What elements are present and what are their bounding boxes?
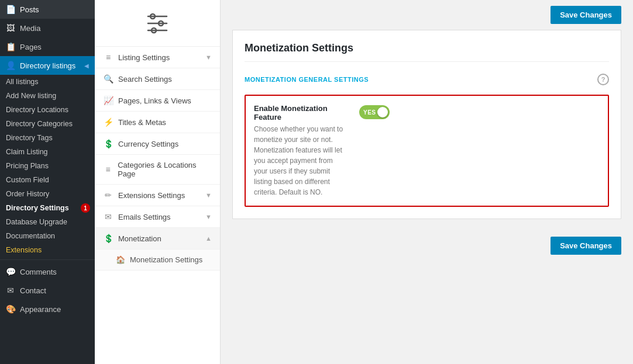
contact-icon: ✉ [6, 286, 15, 295]
emails-settings-icon: ✉ [103, 212, 113, 221]
toggle-area[interactable]: YES [359, 104, 390, 119]
directory-listings-submenu: All listings Add New listing Directory L… [0, 75, 95, 257]
submenu-all-listings[interactable]: All listings [0, 75, 95, 89]
settings-monetization-settings[interactable]: 🏠 Monetization Settings [95, 249, 220, 271]
settings-monetization[interactable]: 💲 Monetization ▲ [95, 228, 220, 249]
content-area: Monetization Settings MONETIZATION GENER… [232, 30, 621, 219]
sidebar-item-directory-listings[interactable]: 👤 Directory listings [0, 56, 95, 75]
setting-label: Enable Monetization Feature [254, 104, 348, 122]
appearance-icon: 🎨 [6, 304, 15, 314]
titles-metas-icon: ⚡ [103, 117, 113, 127]
sidebar-item-appearance[interactable]: 🎨 Appearance [0, 300, 95, 318]
submenu-custom-field[interactable]: Custom Field [0, 173, 95, 187]
listing-settings-icon: ≡ [103, 53, 113, 62]
submenu-pricing-plans[interactable]: Pricing Plans [0, 159, 95, 173]
sidebar-divider-1 [0, 259, 95, 260]
directory-listings-icon: 👤 [6, 61, 15, 70]
submenu-add-new-listing[interactable]: Add New listing [0, 89, 95, 103]
settings-extensions-settings[interactable]: ✏ Extensions Settings ▼ [95, 185, 220, 206]
sidebar-item-contact[interactable]: ✉ Contact [0, 281, 95, 300]
enable-monetization-toggle[interactable]: YES [359, 105, 390, 119]
toggle-thumb [377, 107, 388, 117]
page-title: Monetization Settings [245, 42, 609, 62]
emails-settings-arrow: ▼ [205, 213, 212, 220]
main-footer: Save Changes [221, 231, 633, 266]
badge-1: 1 [81, 203, 90, 213]
save-changes-button-bottom[interactable]: Save Changes [551, 237, 621, 255]
setting-description: Choose whether you want to monetize your… [254, 124, 348, 197]
monetization-icon: 💲 [103, 234, 113, 243]
wp-sidebar: 📄 Posts 🖼 Media 📋 Pages 👤 Directory list… [0, 0, 95, 364]
settings-categories-locations-page[interactable]: ≡ Categories & Locations Page [95, 155, 220, 185]
search-settings-icon: 🔍 [103, 74, 113, 84]
sidebar-item-posts[interactable]: 📄 Posts [0, 0, 95, 19]
settings-panel-header [95, 0, 220, 47]
main-content: Save Changes Monetization Settings MONET… [221, 0, 633, 364]
save-changes-button-top[interactable]: Save Changes [551, 6, 621, 24]
submenu-extensions[interactable]: Extensions [0, 243, 95, 257]
submenu-documentation[interactable]: Documentation [0, 229, 95, 243]
submenu-directory-categories[interactable]: Directory Categories [0, 117, 95, 131]
listing-settings-arrow: ▼ [205, 54, 212, 61]
enable-monetization-setting: Enable Monetization Feature Choose wheth… [245, 95, 609, 207]
extensions-settings-icon: ✏ [103, 190, 113, 200]
settings-emails-settings[interactable]: ✉ Emails Settings ▼ [95, 206, 220, 228]
setting-label-area: Enable Monetization Feature Choose wheth… [254, 104, 348, 197]
settings-currency-settings[interactable]: 💲 Currency Settings [95, 133, 220, 155]
extensions-settings-arrow: ▼ [205, 192, 212, 199]
submenu-directory-locations[interactable]: Directory Locations [0, 103, 95, 117]
categories-locations-icon: ≡ [103, 165, 113, 174]
sidebar-item-media[interactable]: 🖼 Media [0, 19, 95, 37]
sidebar-item-comments[interactable]: 💬 Comments [0, 262, 95, 281]
settings-listing-settings[interactable]: ≡ Listing Settings ▼ [95, 47, 220, 68]
toggle-yes-label: YES [363, 109, 376, 116]
section-header: MONETIZATION GENERAL SETTINGS ? [245, 74, 609, 85]
comments-icon: 💬 [6, 267, 15, 276]
currency-settings-icon: 💲 [103, 139, 113, 148]
media-icon: 🖼 [6, 23, 15, 33]
settings-panel: ≡ Listing Settings ▼ 🔍 Search Settings 📈… [95, 0, 221, 364]
submenu-directory-settings[interactable]: Directory Settings 1 [0, 201, 95, 215]
settings-titles-metas[interactable]: ⚡ Titles & Metas [95, 112, 220, 133]
sidebar-item-pages[interactable]: 📋 Pages [0, 37, 95, 56]
main-header: Save Changes [221, 0, 633, 30]
submenu-claim-listing[interactable]: Claim Listing [0, 145, 95, 159]
posts-icon: 📄 [6, 5, 15, 14]
pages-links-icon: 📈 [103, 96, 113, 105]
settings-pages-links-views[interactable]: 📈 Pages, Links & Views [95, 90, 220, 112]
monetization-arrow: ▲ [205, 235, 212, 242]
section-title: MONETIZATION GENERAL SETTINGS [245, 76, 369, 83]
pages-icon: 📋 [6, 42, 15, 51]
submenu-order-history[interactable]: Order History [0, 187, 95, 201]
equalizer-icon [143, 9, 171, 39]
settings-search-settings[interactable]: 🔍 Search Settings [95, 68, 220, 90]
submenu-database-upgrade[interactable]: Database Upgrade [0, 215, 95, 229]
submenu-directory-tags[interactable]: Directory Tags [0, 131, 95, 145]
help-icon[interactable]: ? [597, 74, 609, 85]
monetization-settings-icon: 🏠 [116, 255, 125, 264]
